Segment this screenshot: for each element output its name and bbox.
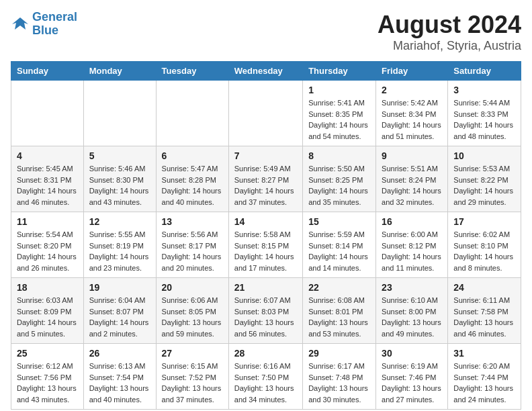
calendar-cell: 14Sunrise: 5:58 AM Sunset: 8:15 PM Dayli… bbox=[228, 212, 302, 278]
calendar-cell: 27Sunrise: 6:15 AM Sunset: 7:52 PM Dayli… bbox=[156, 344, 228, 410]
day-number: 18 bbox=[17, 282, 78, 293]
calendar-cell: 18Sunrise: 6:03 AM Sunset: 8:09 PM Dayli… bbox=[11, 278, 84, 344]
calendar-cell: 13Sunrise: 5:56 AM Sunset: 8:17 PM Dayli… bbox=[156, 212, 228, 278]
day-number: 24 bbox=[453, 282, 515, 293]
calendar-cell: 1Sunrise: 5:41 AM Sunset: 8:35 PM Daylig… bbox=[303, 81, 376, 146]
day-number: 30 bbox=[382, 348, 442, 359]
day-number: 7 bbox=[234, 150, 297, 161]
day-header-tuesday: Tuesday bbox=[156, 62, 228, 81]
calendar-cell: 11Sunrise: 5:54 AM Sunset: 8:20 PM Dayli… bbox=[11, 212, 84, 278]
logo: General Blue bbox=[11, 11, 77, 38]
day-number: 23 bbox=[382, 282, 442, 293]
calendar-cell: 6Sunrise: 5:47 AM Sunset: 8:28 PM Daylig… bbox=[156, 146, 228, 212]
calendar-table: SundayMondayTuesdayWednesdayThursdayFrid… bbox=[11, 61, 521, 410]
day-number: 22 bbox=[308, 282, 370, 293]
page-title: August 2024 bbox=[378, 11, 521, 39]
logo-icon bbox=[11, 15, 30, 34]
day-number: 9 bbox=[382, 150, 442, 161]
calendar-cell: 28Sunrise: 6:16 AM Sunset: 7:50 PM Dayli… bbox=[228, 344, 302, 410]
day-number: 8 bbox=[308, 150, 370, 161]
day-content: Sunrise: 5:53 AM Sunset: 8:22 PM Dayligh… bbox=[453, 163, 515, 208]
logo-text: General Blue bbox=[32, 11, 77, 38]
day-number: 12 bbox=[89, 216, 150, 227]
calendar-cell: 8Sunrise: 5:50 AM Sunset: 8:25 PM Daylig… bbox=[303, 146, 376, 212]
day-number: 14 bbox=[234, 216, 297, 227]
week-row-5: 25Sunrise: 6:12 AM Sunset: 7:56 PM Dayli… bbox=[11, 344, 521, 410]
day-content: Sunrise: 5:59 AM Sunset: 8:14 PM Dayligh… bbox=[308, 229, 370, 273]
day-content: Sunrise: 6:15 AM Sunset: 7:52 PM Dayligh… bbox=[162, 361, 223, 405]
day-content: Sunrise: 6:13 AM Sunset: 7:54 PM Dayligh… bbox=[89, 361, 150, 405]
day-number: 16 bbox=[382, 216, 442, 227]
day-content: Sunrise: 6:16 AM Sunset: 7:50 PM Dayligh… bbox=[234, 361, 297, 405]
calendar-cell: 21Sunrise: 6:07 AM Sunset: 8:03 PM Dayli… bbox=[228, 278, 302, 344]
calendar-cell bbox=[83, 81, 156, 146]
day-number: 4 bbox=[17, 150, 78, 161]
day-content: Sunrise: 5:56 AM Sunset: 8:17 PM Dayligh… bbox=[162, 229, 223, 273]
day-number: 27 bbox=[162, 348, 223, 359]
calendar-cell: 16Sunrise: 6:00 AM Sunset: 8:12 PM Dayli… bbox=[376, 212, 448, 278]
day-number: 2 bbox=[382, 85, 442, 95]
calendar-cell bbox=[11, 81, 84, 146]
day-number: 17 bbox=[453, 216, 515, 227]
day-content: Sunrise: 6:00 AM Sunset: 8:12 PM Dayligh… bbox=[382, 229, 442, 273]
calendar-cell bbox=[228, 81, 302, 146]
day-content: Sunrise: 6:19 AM Sunset: 7:46 PM Dayligh… bbox=[382, 361, 442, 405]
day-content: Sunrise: 5:41 AM Sunset: 8:35 PM Dayligh… bbox=[308, 97, 370, 142]
calendar-cell: 9Sunrise: 5:51 AM Sunset: 8:24 PM Daylig… bbox=[376, 146, 448, 212]
page-header: General Blue August 2024 Mariahof, Styri… bbox=[11, 11, 521, 53]
day-header-wednesday: Wednesday bbox=[228, 62, 302, 81]
day-content: Sunrise: 5:55 AM Sunset: 8:19 PM Dayligh… bbox=[89, 229, 150, 273]
day-number: 11 bbox=[17, 216, 78, 227]
calendar-cell: 5Sunrise: 5:46 AM Sunset: 8:30 PM Daylig… bbox=[83, 146, 156, 212]
day-content: Sunrise: 5:58 AM Sunset: 8:15 PM Dayligh… bbox=[234, 229, 297, 273]
calendar-cell: 19Sunrise: 6:04 AM Sunset: 8:07 PM Dayli… bbox=[83, 278, 156, 344]
calendar-cell: 25Sunrise: 6:12 AM Sunset: 7:56 PM Dayli… bbox=[11, 344, 84, 410]
logo-line1: General bbox=[32, 10, 77, 24]
logo-line2: Blue bbox=[32, 24, 58, 37]
day-content: Sunrise: 5:45 AM Sunset: 8:31 PM Dayligh… bbox=[17, 163, 78, 208]
day-number: 15 bbox=[308, 216, 370, 227]
svg-marker-0 bbox=[12, 17, 28, 30]
day-header-saturday: Saturday bbox=[448, 62, 521, 81]
calendar-cell: 15Sunrise: 5:59 AM Sunset: 8:14 PM Dayli… bbox=[303, 212, 376, 278]
calendar-cell: 2Sunrise: 5:42 AM Sunset: 8:34 PM Daylig… bbox=[376, 81, 448, 146]
week-row-1: 1Sunrise: 5:41 AM Sunset: 8:35 PM Daylig… bbox=[11, 81, 521, 146]
calendar-cell: 4Sunrise: 5:45 AM Sunset: 8:31 PM Daylig… bbox=[11, 146, 84, 212]
day-header-sunday: Sunday bbox=[11, 62, 84, 81]
day-content: Sunrise: 5:47 AM Sunset: 8:28 PM Dayligh… bbox=[162, 163, 223, 208]
calendar-cell: 31Sunrise: 6:20 AM Sunset: 7:44 PM Dayli… bbox=[448, 344, 521, 410]
header-row: SundayMondayTuesdayWednesdayThursdayFrid… bbox=[11, 62, 521, 81]
day-content: Sunrise: 5:50 AM Sunset: 8:25 PM Dayligh… bbox=[308, 163, 370, 208]
calendar-cell: 7Sunrise: 5:49 AM Sunset: 8:27 PM Daylig… bbox=[228, 146, 302, 212]
calendar-cell: 10Sunrise: 5:53 AM Sunset: 8:22 PM Dayli… bbox=[448, 146, 521, 212]
day-content: Sunrise: 6:20 AM Sunset: 7:44 PM Dayligh… bbox=[453, 361, 515, 405]
calendar-cell: 22Sunrise: 6:08 AM Sunset: 8:01 PM Dayli… bbox=[303, 278, 376, 344]
day-content: Sunrise: 5:46 AM Sunset: 8:30 PM Dayligh… bbox=[89, 163, 150, 208]
day-number: 25 bbox=[17, 348, 78, 359]
day-content: Sunrise: 5:54 AM Sunset: 8:20 PM Dayligh… bbox=[17, 229, 78, 273]
day-content: Sunrise: 6:04 AM Sunset: 8:07 PM Dayligh… bbox=[89, 295, 150, 339]
day-header-friday: Friday bbox=[376, 62, 448, 81]
day-content: Sunrise: 6:02 AM Sunset: 8:10 PM Dayligh… bbox=[453, 229, 515, 273]
calendar-cell bbox=[156, 81, 228, 146]
day-number: 19 bbox=[89, 282, 150, 293]
week-row-4: 18Sunrise: 6:03 AM Sunset: 8:09 PM Dayli… bbox=[11, 278, 521, 344]
day-number: 21 bbox=[234, 282, 297, 293]
calendar-cell: 12Sunrise: 5:55 AM Sunset: 8:19 PM Dayli… bbox=[83, 212, 156, 278]
day-content: Sunrise: 6:12 AM Sunset: 7:56 PM Dayligh… bbox=[17, 361, 78, 405]
day-content: Sunrise: 5:51 AM Sunset: 8:24 PM Dayligh… bbox=[382, 163, 442, 208]
day-content: Sunrise: 6:08 AM Sunset: 8:01 PM Dayligh… bbox=[308, 295, 370, 339]
day-content: Sunrise: 6:07 AM Sunset: 8:03 PM Dayligh… bbox=[234, 295, 297, 339]
calendar-cell: 30Sunrise: 6:19 AM Sunset: 7:46 PM Dayli… bbox=[376, 344, 448, 410]
page-subtitle: Mariahof, Styria, Austria bbox=[378, 39, 521, 53]
calendar-cell: 26Sunrise: 6:13 AM Sunset: 7:54 PM Dayli… bbox=[83, 344, 156, 410]
day-number: 10 bbox=[453, 150, 515, 161]
day-number: 1 bbox=[308, 85, 370, 95]
day-number: 13 bbox=[162, 216, 223, 227]
day-content: Sunrise: 6:03 AM Sunset: 8:09 PM Dayligh… bbox=[17, 295, 78, 339]
day-number: 6 bbox=[162, 150, 223, 161]
week-row-2: 4Sunrise: 5:45 AM Sunset: 8:31 PM Daylig… bbox=[11, 146, 521, 212]
day-number: 3 bbox=[453, 85, 515, 95]
calendar-cell: 3Sunrise: 5:44 AM Sunset: 8:33 PM Daylig… bbox=[448, 81, 521, 146]
day-number: 26 bbox=[89, 348, 150, 359]
